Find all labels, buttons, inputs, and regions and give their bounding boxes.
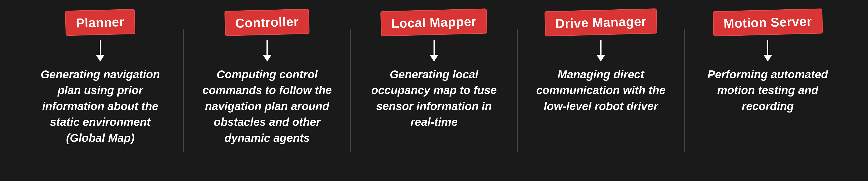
- description-local-mapper: Generating local occupancy map to fuse s…: [363, 67, 505, 130]
- column-divider: [183, 29, 184, 152]
- column-controller: ControllerComputing control commands to …: [186, 10, 347, 146]
- arrow-line: [767, 40, 768, 55]
- main-container: PlannerGenerating navigation plan using …: [0, 0, 868, 181]
- badge-controller: Controller: [224, 9, 310, 36]
- badge-motion-server: Motion Server: [713, 8, 823, 36]
- column-divider: [350, 29, 351, 152]
- badge-local-mapper: Local Mapper: [380, 8, 488, 36]
- arrow-line: [434, 40, 435, 55]
- arrow-planner: [96, 40, 105, 61]
- arrow-line: [100, 40, 101, 55]
- arrow-line: [267, 40, 268, 55]
- arrow-drive-manager: [596, 40, 605, 61]
- arrow-line: [600, 40, 601, 55]
- description-motion-server: Performing automated motion testing and …: [696, 67, 839, 114]
- description-planner: Generating navigation plan using prior i…: [29, 67, 172, 146]
- arrow-head: [763, 55, 772, 61]
- column-motion-server: Motion ServerPerforming automated motion…: [687, 10, 848, 114]
- badge-planner: Planner: [65, 9, 135, 36]
- column-planner: PlannerGenerating navigation plan using …: [20, 10, 181, 146]
- column-drive-manager: Drive ManagerManaging direct communicati…: [520, 10, 681, 114]
- arrow-head: [430, 55, 438, 61]
- arrow-head: [263, 55, 272, 61]
- arrow-local-mapper: [430, 40, 438, 61]
- arrow-head: [96, 55, 105, 61]
- arrow-controller: [263, 40, 272, 61]
- column-divider: [684, 29, 685, 152]
- description-controller: Computing control commands to follow the…: [196, 67, 338, 146]
- arrow-head: [596, 55, 605, 61]
- column-divider: [517, 29, 518, 152]
- arrow-motion-server: [763, 40, 772, 61]
- badge-drive-manager: Drive Manager: [544, 8, 657, 36]
- column-local-mapper: Local MapperGenerating local occupancy m…: [353, 10, 515, 130]
- description-drive-manager: Managing direct communication with the l…: [530, 67, 672, 114]
